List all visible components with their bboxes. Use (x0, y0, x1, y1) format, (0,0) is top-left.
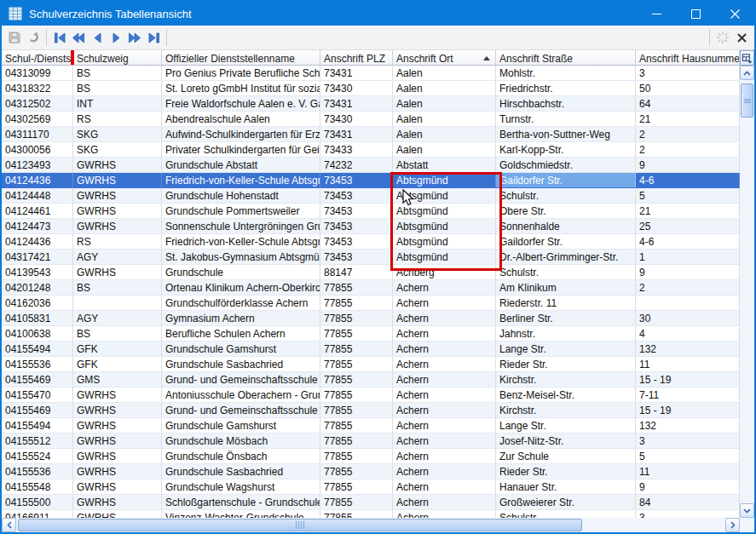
cell[interactable]: St. Jakobus-Gymnasium Abtsgmünd (162, 250, 320, 265)
table-row[interactable]: 04155494GFKGrundschule Gamshurst77855Ach… (2, 342, 740, 357)
nav-fast-back-button[interactable] (69, 28, 88, 47)
cell[interactable]: 64 (636, 96, 740, 112)
scroll-left-button[interactable] (2, 518, 16, 532)
cell[interactable]: 04155524 (2, 449, 73, 464)
cell[interactable]: 9 (636, 158, 740, 173)
cell[interactable]: 04311170 (2, 127, 73, 142)
cell[interactable]: GWRHS (73, 495, 162, 510)
column-header-4[interactable]: Anschrift PLZ (320, 50, 393, 66)
cell[interactable]: Achern (393, 449, 496, 464)
table-row[interactable]: 04100638BSBerufliche Schulen Achern77855… (2, 326, 740, 342)
cell[interactable]: 04124436 (2, 234, 73, 250)
cell[interactable]: GWRHS (73, 418, 162, 434)
cell[interactable]: Gaildorfer Str. (496, 173, 636, 188)
cell[interactable]: Sonnenschule Untergröningen Grund... (162, 219, 320, 234)
table-row[interactable]: 04155524GWRHSGrundschule Önsbach77855Ach… (2, 449, 740, 464)
cell[interactable]: 77855 (320, 372, 393, 388)
table-row[interactable]: 04155512GWRHSGrundschule Mösbach77855Ach… (2, 434, 740, 449)
cell[interactable]: 77855 (320, 479, 393, 495)
cell[interactable]: 77855 (320, 326, 393, 342)
vertical-scrollbar[interactable] (740, 66, 754, 518)
cell[interactable]: GWRHS (73, 479, 162, 495)
cell[interactable]: Achern (393, 326, 496, 342)
scroll-up-button[interactable] (740, 66, 754, 80)
cell[interactable]: 4-6 (636, 173, 740, 188)
cell[interactable]: 73453 (320, 204, 393, 219)
cell[interactable]: 5 (636, 188, 740, 204)
cell[interactable]: 73431 (320, 127, 393, 142)
column-header-5[interactable]: Anschrift Ort (393, 50, 496, 66)
cell[interactable]: 84 (636, 495, 740, 510)
cell[interactable]: 04100638 (2, 326, 73, 342)
cell[interactable]: Abtsgmünd (393, 219, 496, 234)
cell[interactable]: Achern (393, 296, 496, 311)
cell[interactable]: Achern (393, 510, 496, 518)
cell[interactable]: Achern (393, 372, 496, 388)
cell[interactable]: Grundschule Wagshurst (162, 479, 320, 495)
cell[interactable]: 04155512 (2, 434, 73, 449)
cell[interactable]: 04124448 (2, 188, 73, 204)
cell[interactable]: 77855 (320, 280, 393, 296)
cell[interactable]: 73433 (320, 142, 393, 158)
cell[interactable]: 77855 (320, 495, 393, 510)
cell[interactable]: Lange Str. (496, 342, 636, 357)
cell[interactable]: Grundschule Sasbachried (162, 357, 320, 372)
cell[interactable]: 1 (636, 250, 740, 265)
table-row[interactable]: 04124436GWRHSFriedrich-von-Keller-Schule… (2, 173, 740, 188)
cell[interactable]: Bertha-von-Suttner-Weg (496, 127, 636, 142)
close-view-button[interactable] (732, 28, 751, 47)
cell[interactable]: Privater Schulkindergarten für Geisti... (162, 142, 320, 158)
cell[interactable]: 74232 (320, 158, 393, 173)
cell[interactable]: Schulstr. (496, 188, 636, 204)
cell[interactable]: 04317421 (2, 250, 73, 265)
field-chooser-button[interactable] (740, 50, 754, 66)
cell[interactable]: Abstatt (393, 158, 496, 173)
cell[interactable]: 21 (636, 112, 740, 127)
cell[interactable]: 04155469 (2, 403, 73, 418)
cell[interactable]: Grundschule Pommertsweiler (162, 204, 320, 219)
cell[interactable]: 04162036 (2, 296, 73, 311)
cell[interactable]: Aalen (393, 112, 496, 127)
cell[interactable]: Grundschule Önsbach (162, 449, 320, 464)
cell[interactable]: 15 - 19 (636, 403, 740, 418)
cell[interactable]: Grundschule Abstatt (162, 158, 320, 173)
cell[interactable]: Goldschmiedstr. (496, 158, 636, 173)
cell[interactable]: 77855 (320, 449, 393, 464)
column-header-1[interactable]: Schul-/Diensts... (2, 50, 73, 66)
cell[interactable]: Achern (393, 280, 496, 296)
save-button[interactable] (5, 28, 24, 47)
table-row[interactable]: 04312502INTFreie Waldorfschule Aalen e. … (2, 96, 740, 112)
cell[interactable]: 30 (636, 311, 740, 326)
table-row[interactable]: 04166911GWRHSVinzenz-Wachter-Grundschule… (2, 510, 740, 518)
scroll-down-button[interactable] (740, 503, 754, 518)
maximize-button[interactable] (676, 2, 715, 26)
cell[interactable]: BS (73, 280, 162, 296)
table-row[interactable]: 04201248BSOrtenau Klinikum Achern-Oberki… (2, 280, 740, 296)
cell[interactable]: Grundschule Hohenstadt (162, 188, 320, 204)
cell[interactable]: 73430 (320, 81, 393, 96)
column-header-6[interactable]: Anschrift Straße (496, 50, 636, 66)
cell[interactable]: AGY (73, 250, 162, 265)
cell[interactable]: 77855 (320, 464, 393, 479)
cell[interactable]: Friedrich-von-Keller-Schule Abtsgmü... (162, 234, 320, 250)
cell[interactable]: 77855 (320, 342, 393, 357)
cell[interactable]: 77855 (320, 510, 393, 518)
cell[interactable]: GWRHS (73, 219, 162, 234)
cell[interactable]: Abtsgmünd (393, 188, 496, 204)
cell[interactable]: 04166911 (2, 510, 73, 518)
cell[interactable]: 04300056 (2, 142, 73, 158)
cell[interactable]: 04123493 (2, 158, 73, 173)
cell[interactable]: 77855 (320, 357, 393, 372)
refresh-button[interactable] (713, 28, 732, 47)
cell[interactable]: GWRHS (73, 434, 162, 449)
cell[interactable]: 04139543 (2, 265, 73, 280)
cell[interactable]: RS (73, 234, 162, 250)
cell[interactable]: Aalen (393, 142, 496, 158)
cell[interactable]: Aufwind-Schulkindergarten für Erzieh... (162, 127, 320, 142)
cell[interactable]: Vinzenz-Wachter-Grundschule (162, 510, 320, 518)
cell[interactable]: Achern (393, 342, 496, 357)
cell[interactable]: Achern (393, 479, 496, 495)
cell[interactable]: BS (73, 326, 162, 342)
table-row[interactable]: 04313099BSPro Genius Private Berufliche … (2, 66, 740, 81)
cell[interactable]: Achern (393, 434, 496, 449)
